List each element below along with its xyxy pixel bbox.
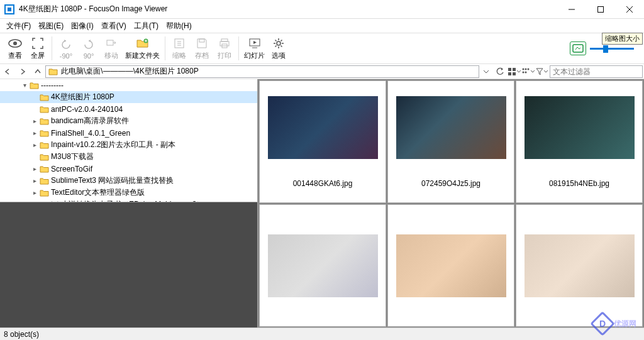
fullscreen-button[interactable]: 全屏: [26, 34, 49, 63]
tree-item[interactable]: ▸FinalShell_4.0.1_Green: [0, 127, 257, 139]
svg-point-23: [522, 68, 524, 70]
tooltip: 缩略图大小: [602, 33, 643, 45]
tree-twist-icon[interactable]: ▾: [20, 82, 29, 89]
svg-point-26: [522, 71, 524, 73]
thumbnail-image: [268, 96, 378, 159]
address-input[interactable]: 此电脑\桌面\————\4K壁纸图片 1080P: [45, 65, 479, 78]
gear-icon: [272, 36, 286, 50]
nav-forward-button[interactable]: [16, 65, 30, 79]
thumbnail-size-slider[interactable]: [590, 48, 634, 50]
shrink-button[interactable]: 缩略: [168, 34, 191, 63]
maximize-button[interactable]: [586, 0, 615, 19]
svg-rect-19: [508, 68, 511, 71]
toolbar-separator: [52, 36, 52, 60]
tree-item-label: Inpaint-v10.2.2图片去水印工具 - 副本: [51, 140, 175, 150]
menu-help[interactable]: 帮助(H): [162, 19, 196, 33]
thumbnail-item[interactable]: [516, 204, 643, 327]
tree-twist-icon[interactable]: ▸: [30, 129, 39, 136]
close-button[interactable]: [615, 0, 644, 19]
nav-back-button[interactable]: [1, 65, 14, 79]
options-button[interactable]: 选项: [267, 34, 290, 63]
refresh-button[interactable]: [493, 65, 507, 79]
tree-item[interactable]: ▸TextEditor文本整理器绿色版: [0, 187, 257, 199]
text-filter-input[interactable]: [550, 65, 643, 78]
print-icon: [218, 36, 231, 50]
status-bar: 8 object(s): [0, 327, 644, 340]
thumbnail-size-indicator[interactable]: [570, 41, 586, 55]
folder-icon: [39, 153, 49, 162]
tree-item-label: antPC-v2.0.4-240104: [51, 105, 123, 114]
tree-twist-icon[interactable]: ▸: [30, 165, 39, 172]
thumbnail-image: [268, 234, 378, 297]
tree-twist-icon[interactable]: ▸: [30, 189, 39, 196]
menu-see[interactable]: 查看(V): [97, 19, 130, 33]
tree-item[interactable]: ▸bandicam高清录屏软件: [0, 115, 257, 127]
app-icon: [4, 4, 15, 15]
svg-rect-18: [573, 45, 583, 52]
folder-tree[interactable]: ▾---------4K壁纸图片 1080PantPC-v2.0.4-24010…: [0, 79, 257, 202]
thumbnail-item[interactable]: 081915h4NEb.jpg: [516, 80, 643, 203]
folder-icon: [39, 165, 49, 173]
address-path: 此电脑\桌面\————\4K壁纸图片 1080P: [61, 66, 199, 77]
print-button[interactable]: 打印: [213, 34, 236, 63]
eye-icon: [8, 36, 22, 50]
svg-point-24: [525, 68, 526, 70]
fullscreen-icon: [31, 36, 45, 50]
tree-item-label: ---------: [41, 81, 64, 90]
svg-rect-12: [221, 39, 228, 41]
svg-rect-21: [508, 72, 511, 75]
tree-item-label: FinalShell_4.0.1_Green: [51, 129, 130, 138]
tree-item[interactable]: antPC-v2.0.4-240104: [0, 103, 257, 115]
thumbnail-image: [396, 96, 506, 159]
thumbnail-item[interactable]: [259, 204, 386, 327]
move-icon: [104, 36, 118, 50]
nav-up-button[interactable]: [31, 65, 45, 79]
thumbnail-gallery[interactable]: 001448GKAt6.jpg072459O4Jz5.jpg081915h4NE…: [258, 79, 644, 327]
thumbnail-image: [525, 96, 635, 159]
filter-button[interactable]: [535, 65, 548, 79]
save-button[interactable]: 存档: [191, 34, 213, 63]
tree-item[interactable]: ▾---------: [0, 79, 257, 91]
menu-tools[interactable]: 工具(T): [130, 19, 162, 33]
preview-pane: [0, 202, 257, 327]
thumbnail-image: [525, 234, 635, 297]
toolbar-separator: [165, 36, 165, 60]
thumbnail-filename: 001448GKAt6.jpg: [293, 179, 353, 188]
new-folder-button[interactable]: 新建文件夹: [123, 34, 162, 63]
svg-point-17: [277, 41, 280, 45]
thumbnail-item[interactable]: [387, 204, 514, 327]
tree-item[interactable]: ▸SublimeText3 网站源码批量查找替换: [0, 175, 257, 187]
tree-twist-icon[interactable]: ▸: [30, 118, 39, 124]
address-dropdown-button[interactable]: [479, 65, 493, 79]
slideshow-button[interactable]: 幻灯片: [242, 34, 267, 63]
tree-item-label: ScreenToGif: [51, 165, 92, 173]
tree-item-label: SublimeText3 网站源码批量查找替换: [51, 175, 174, 186]
minimize-button[interactable]: [557, 0, 586, 19]
tree-item[interactable]: ▸Inpaint-v10.2.2图片去水印工具 - 副本: [0, 139, 257, 151]
window-title: 4K壁纸图片 1080P - FocusOn Image Viewer: [19, 4, 557, 14]
folder-icon: [39, 189, 49, 197]
tree-twist-icon[interactable]: ▸: [30, 177, 39, 184]
title-bar: 4K壁纸图片 1080P - FocusOn Image Viewer: [0, 0, 644, 19]
sort-button[interactable]: [521, 65, 535, 79]
menu-image[interactable]: 图像(I): [67, 19, 97, 33]
tree-item[interactable]: ▸ScreenToGif: [0, 163, 257, 175]
move-button[interactable]: 移动: [100, 34, 123, 63]
tree-twist-icon[interactable]: ▸: [30, 141, 39, 148]
tree-item-label: bandicam高清录屏软件: [51, 116, 129, 126]
tree-item-label: 4K壁纸图片 1080P: [51, 92, 114, 102]
svg-rect-11: [199, 39, 204, 42]
rotate-right-button[interactable]: 90°: [77, 34, 100, 63]
menu-file[interactable]: 文件(F): [3, 19, 35, 33]
rotate-right-icon: [82, 38, 96, 52]
view-button[interactable]: 查看: [4, 34, 26, 63]
rotate-left-button[interactable]: -90°: [55, 34, 77, 63]
thumbnail-item[interactable]: 072459O4Jz5.jpg: [387, 80, 514, 203]
svg-point-27: [525, 71, 526, 73]
tree-item[interactable]: 4K壁纸图片 1080P: [0, 91, 257, 103]
menu-view[interactable]: 视图(E): [35, 19, 67, 33]
thumbnail-item[interactable]: 001448GKAt6.jpg: [259, 80, 386, 203]
rotate-left-icon: [59, 38, 73, 52]
tree-item[interactable]: M3U8下载器: [0, 151, 257, 163]
grid-view-button[interactable]: [507, 65, 521, 79]
